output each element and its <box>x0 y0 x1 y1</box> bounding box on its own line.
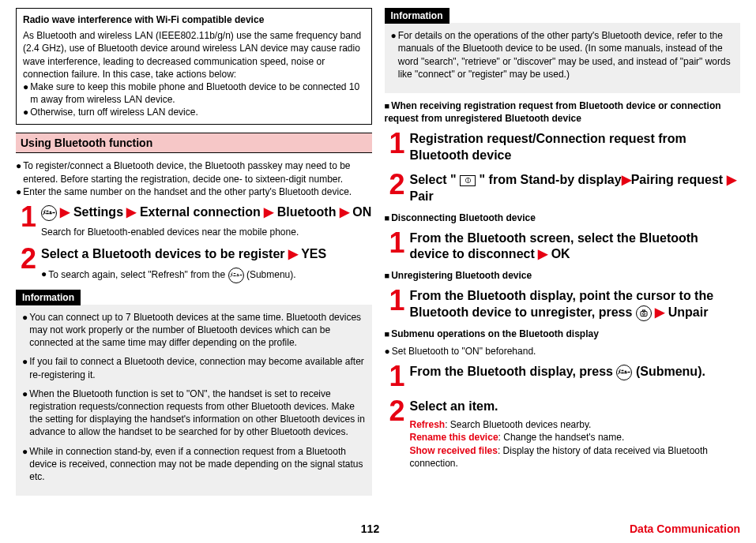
bullet-dot-icon: ● <box>16 159 21 185</box>
right-step-1-heading: Registration request/Connection request … <box>410 131 741 164</box>
info-item-3-text: When the Bluetooth function is set to "O… <box>29 388 365 439</box>
arrow-icon: ▶ <box>340 205 349 219</box>
right-step-2-b: Pair <box>410 189 434 203</box>
intro-bullet-2: ● Enter the same number on the handset a… <box>16 185 372 198</box>
option-refresh-label: Refresh <box>410 419 446 430</box>
step-1-part-a: Settings <box>73 205 123 219</box>
subheading-4-text: Submenu operations on the Bluetooth disp… <box>391 328 599 339</box>
right-step-2-pre: Select " <box>410 173 457 186</box>
page-number: 112 <box>111 522 630 537</box>
information-block: Information ● You can connect up to 7 Bl… <box>16 290 372 496</box>
subheading-3-text: Unregistering Bluetooth device <box>391 270 532 281</box>
warning-bullet-1: ● Make sure to keep this mobile phone an… <box>23 81 365 106</box>
right-step-5: 1 From the Bluetooth display, press ﾒﾆｭｰ… <box>385 362 741 391</box>
option-rename-text: : Change the handset's name. <box>498 432 625 443</box>
bullet-dot-icon: ● <box>41 268 47 283</box>
information-tab: Information <box>16 290 81 305</box>
right-step-4-heading: From the Bluetooth display, point the cu… <box>410 288 741 321</box>
step-1: 1 ﾒﾆｭｰ ▶ Settings ▶ External connection … <box>16 203 372 238</box>
intro-bullet-1-text: To register/connect a Bluetooth device, … <box>23 159 371 185</box>
subheading-2-text: Disconnecting Bluetooth device <box>391 212 536 223</box>
subheading-disconnecting: ■Disconnecting Bluetooth device <box>385 212 741 224</box>
square-icon: ■ <box>385 213 390 223</box>
intro-bullet-1: ● To register/connect a Bluetooth device… <box>16 159 372 185</box>
submenu-precondition: ● Set Bluetooth to "ON" beforehand. <box>385 345 741 358</box>
step-number-2: 2 <box>385 170 410 205</box>
arrow-icon: ▶ <box>727 173 736 186</box>
subheading-receiving-request: ■When receiving registration request fro… <box>385 99 741 125</box>
info-right-item: ● For details on the operations of the o… <box>391 29 735 81</box>
right-column: Information ● For details on the operati… <box>378 8 747 543</box>
right-step-2-heading: Select " ⓘ " from Stand-by display▶Pairi… <box>410 172 741 205</box>
info-item-2-text: If you fail to connect a Bluetooth devic… <box>29 355 365 380</box>
camera-tv-icon <box>636 305 652 321</box>
right-step-2-mid: " from Stand-by display <box>480 173 622 186</box>
right-step-4-b: Unpair <box>668 305 709 319</box>
intro-bullet-2-text: Enter the same number on the handset and… <box>23 185 371 198</box>
warning-title: Radio wave interference with Wi-Fi compa… <box>23 13 365 26</box>
step-1-part-d: ON <box>352 205 371 219</box>
option-rename: Rename this device: Change the handset's… <box>410 431 741 444</box>
bullet-dot-icon: ● <box>22 355 28 380</box>
page-footer: 112 Data Communication <box>0 522 756 537</box>
info-item-4: ● While in connection stand-by, even if … <box>22 445 366 484</box>
info-item-1-text: You can connect up to 7 Bluetooth device… <box>29 311 365 350</box>
square-icon: ■ <box>385 329 390 339</box>
step-number-1: 1 <box>16 203 41 238</box>
right-step-5-a: From the Bluetooth display, press <box>410 365 614 378</box>
step-2-note: ● To search again, select "Refresh" from… <box>41 268 372 283</box>
arrow-icon: ▶ <box>60 205 70 219</box>
arrow-icon: ▶ <box>622 173 631 186</box>
step-2-heading: Select a Bluetooth devices to be registe… <box>41 246 372 263</box>
warning-box: Radio wave interference with Wi-Fi compa… <box>16 8 372 125</box>
information-block-right: Information ● For details on the operati… <box>385 8 741 93</box>
step-1-heading: ﾒﾆｭｰ ▶ Settings ▶ External connection ▶ … <box>41 204 372 221</box>
square-icon: ■ <box>385 101 390 110</box>
info-item-3: ● When the Bluetooth function is set to … <box>22 388 366 439</box>
option-show-files-label: Show received files <box>410 445 498 456</box>
menu-icon: ﾒﾆｭｰ <box>41 205 57 221</box>
right-step-6-heading: Select an item. <box>410 399 741 415</box>
arrow-icon: ▶ <box>538 247 547 260</box>
svg-rect-0 <box>641 312 647 316</box>
info-item-1: ● You can connect up to 7 Bluetooth devi… <box>22 311 366 350</box>
arrow-icon: ▶ <box>288 247 298 260</box>
right-step-3-b: OK <box>551 247 570 260</box>
step-2: 2 Select a Bluetooth devices to be regis… <box>16 245 372 283</box>
info-item-4-text: While in connection stand-by, even if a … <box>29 445 365 484</box>
info-item-2: ● If you fail to connect a Bluetooth dev… <box>22 355 366 380</box>
menu-icon: ﾒﾆｭｰ <box>616 365 632 380</box>
subheading-1-text: When receiving registration request from… <box>385 100 721 124</box>
step-2-part-b: YES <box>301 247 326 260</box>
right-step-3-heading: From the Bluetooth screen, select the Bl… <box>410 230 741 264</box>
subheading-unregistering: ■Unregistering Bluetooth device <box>385 269 741 282</box>
bullet-dot-icon: ● <box>391 29 397 81</box>
section-heading: Using Bluetooth function <box>16 133 372 154</box>
step-number-1: 1 <box>385 129 410 164</box>
bullet-dot-icon: ● <box>23 106 28 118</box>
right-step-2: 2 Select " ⓘ " from Stand-by display▶Pai… <box>385 170 741 205</box>
warning-bullet-2-text: Otherwise, turn off wireless LAN device. <box>30 106 364 118</box>
step-2-part-a: Select a Bluetooth devices to be registe… <box>41 247 285 260</box>
step-number-1: 1 <box>385 362 410 391</box>
left-column: Radio wave interference with Wi-Fi compa… <box>9 8 378 543</box>
step-1-part-c: Bluetooth <box>277 205 337 219</box>
step-1-note: Search for Bluetooth-enabled devices nea… <box>41 226 372 238</box>
arrow-icon: ▶ <box>264 205 273 219</box>
right-step-2-a: Pairing request <box>631 173 723 186</box>
submenu-precondition-text: Set Bluetooth to "ON" beforehand. <box>392 345 740 358</box>
standby-icon: ⓘ <box>460 175 476 186</box>
warning-paragraph: As Bluetooth and wireless LAN (IEEE802.1… <box>23 29 365 81</box>
step-number-1: 1 <box>385 229 410 264</box>
chapter-title: Data Communication <box>630 522 740 537</box>
bullet-dot-icon: ● <box>23 81 28 106</box>
bullet-dot-icon: ● <box>22 388 28 439</box>
warning-bullet-1-text: Make sure to keep this mobile phone and … <box>30 81 364 106</box>
step-2-note-tail: (Submenu). <box>246 269 296 280</box>
bullet-dot-icon: ● <box>16 185 21 198</box>
step-number-1: 1 <box>385 286 410 321</box>
subheading-submenu-ops: ■Submenu operations on the Bluetooth dis… <box>385 328 741 340</box>
info-right-text: For details on the operations of the oth… <box>398 29 734 81</box>
menu-icon: ﾒﾆｭｰ <box>228 268 244 283</box>
right-step-5-b: (Submenu). <box>636 365 705 378</box>
